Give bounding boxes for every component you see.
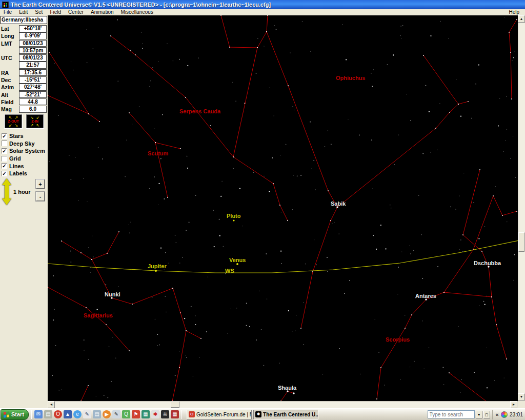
scroll-right-button[interactable]: ► <box>510 401 517 408</box>
readout-row: UTC08/01/23 <box>0 54 48 62</box>
constellation-line <box>423 55 458 104</box>
task-button-active[interactable]: ✸The Earth Centered U... <box>253 410 318 419</box>
start-button[interactable]: Start <box>1 409 29 420</box>
time-step-arrow-icon[interactable] <box>2 178 11 205</box>
checkbox-icon[interactable]: ✓ <box>2 163 7 169</box>
search-dropdown-button[interactable]: ▼ <box>476 411 482 418</box>
skull-icon[interactable]: ☠ <box>161 410 169 418</box>
constellation-line <box>509 19 517 99</box>
zoom-out-button[interactable]: ↖↗Z-OUT↙↘ <box>5 114 22 128</box>
label-antares: Antares <box>415 293 436 299</box>
menu-item-animation[interactable]: Animation <box>87 9 117 15</box>
labels-layer: OphiuchusSerpens CaudaScutumSagittariusS… <box>84 75 501 391</box>
readout-label: LMT <box>1 41 12 47</box>
menu-item-set[interactable]: Set <box>31 9 46 15</box>
sky-chart[interactable]: OphiuchusSerpens CaudaScutumSagittariusS… <box>48 15 518 401</box>
readout-label: Azim <box>1 84 14 90</box>
vertical-scrollbar[interactable]: ▲ ▼ <box>518 15 525 401</box>
chart-app-icon[interactable]: ▦ <box>142 410 150 418</box>
toggle-solar-system[interactable]: ✓Solar System <box>2 147 45 155</box>
planet-pluto <box>233 219 234 221</box>
ecu-application-window: The Earth Centered Universe© V1.5 <UNREG… <box>0 0 525 420</box>
search-icon[interactable]: Q <box>122 410 130 418</box>
scroll-up-button[interactable]: ▲ <box>518 15 525 23</box>
time-step-minus-button[interactable]: - <box>36 192 45 201</box>
pen-icon[interactable]: ✎ <box>83 410 91 418</box>
zoom-in-button[interactable]: ↘↙Z-IN↗↖ <box>26 114 44 128</box>
constellation-line <box>267 32 337 207</box>
constellation-line <box>62 232 119 259</box>
burst-icon[interactable]: ✱ <box>151 410 159 418</box>
label-shaula: Shaula <box>278 385 297 391</box>
label-venus: Venus <box>229 257 246 263</box>
checkbox-icon[interactable]: ✓ <box>2 133 7 139</box>
constellation-line <box>281 391 294 401</box>
photo-app-icon[interactable]: ▲ <box>64 410 72 418</box>
flag-icon[interactable]: ⚑ <box>132 410 140 418</box>
title-bar[interactable]: The Earth Centered Universe© V1.5 <UNREG… <box>0 0 525 9</box>
toggle-label: Solar System <box>9 148 45 154</box>
star-dot <box>293 392 294 394</box>
readout-label: Dec <box>1 77 11 83</box>
search-input[interactable] <box>428 410 475 418</box>
task-button-icon: O <box>189 411 195 417</box>
calculator-icon[interactable]: ▦ <box>171 410 179 418</box>
constellation-line <box>444 292 492 297</box>
toggle-labels[interactable]: ✓Labels <box>2 170 45 177</box>
readout-row: 10:57pm <box>0 47 48 54</box>
menu-item-edit[interactable]: Edit <box>15 9 31 15</box>
mail-icon[interactable]: ✉ <box>34 410 43 418</box>
time-step-plus-button[interactable]: + <box>36 179 45 189</box>
menu-item-center[interactable]: Center <box>65 9 87 15</box>
color-wheel-tray-icon[interactable] <box>501 411 508 418</box>
horizontal-scrollbar[interactable]: ◄ ► <box>48 401 518 408</box>
menu-item-help[interactable]: Help <box>505 9 523 15</box>
readout-row: Azim027°48' <box>0 84 48 91</box>
readout-row: Field44.8 <box>0 98 48 106</box>
zoom-arrows-icon: ↙↘ <box>6 124 21 127</box>
internet-explorer-icon[interactable]: e <box>73 410 82 418</box>
readout-row: LMT08/01/23 <box>0 40 48 47</box>
menu-bar: FileEditSetFieldCenterAnimationMiscellan… <box>0 9 525 15</box>
checkbox-icon[interactable]: ✓ <box>2 171 7 176</box>
editor-icon[interactable]: ✎ <box>112 410 120 418</box>
label-pluto: Pluto <box>227 213 241 219</box>
scroll-down-button[interactable]: ▼ <box>518 393 525 401</box>
menu-item-file[interactable]: File <box>0 9 15 15</box>
toggle-grid[interactable]: Grid <box>2 155 45 163</box>
label-scorpius: Scorpius <box>386 336 410 343</box>
menu-item-field[interactable]: Field <box>46 9 65 15</box>
notes-icon[interactable]: ▤ <box>93 410 101 418</box>
menu-item-miscellaneous[interactable]: Miscellaneous <box>117 9 157 15</box>
toggle-lines[interactable]: ✓Lines <box>2 162 45 170</box>
search-deskband: ▼ ▢ <box>428 410 490 418</box>
control-panel: Germany:Ilbesha Lat+50°18'Long0-9°09'LMT… <box>0 15 48 408</box>
app-icon <box>2 2 9 8</box>
readout-label: Mag <box>1 106 12 112</box>
location-field[interactable]: Germany:Ilbesha <box>1 16 47 24</box>
task-buttons: OGoldSeiten-Forum.de | M...✸The Earth Ce… <box>187 410 318 419</box>
sky-chart-canvas[interactable]: OphiuchusSerpens CaudaScutumSagittariusS… <box>48 15 518 401</box>
tray-chevron-icon[interactable]: « <box>496 411 499 417</box>
toggle-label: Stars <box>9 133 24 139</box>
toggle-label: Lines <box>9 163 24 169</box>
toggle-deep-sky[interactable]: Deep Sky <box>2 140 45 148</box>
toggle-label: Deep Sky <box>9 141 35 147</box>
show-desktop-icon[interactable]: ▤ <box>44 410 52 418</box>
opera-icon[interactable]: O <box>54 410 62 418</box>
readout-row: Dec-15°51' <box>0 76 48 84</box>
checkbox-icon[interactable] <box>2 156 7 162</box>
vertical-scroll-thumb[interactable] <box>518 232 524 252</box>
scroll-left-button[interactable]: ◄ <box>48 401 55 408</box>
search-go-button[interactable]: ▢ <box>483 411 490 418</box>
task-button[interactable]: OGoldSeiten-Forum.de | M... <box>187 410 252 419</box>
checkbox-icon[interactable]: ✓ <box>2 148 7 154</box>
checkbox-icon[interactable] <box>2 141 7 146</box>
readout-row: Long0-9°09' <box>0 32 48 39</box>
planet-venus <box>236 263 238 265</box>
toggle-stars[interactable]: ✓Stars <box>2 132 45 140</box>
media-player-icon[interactable]: ▶ <box>103 410 111 418</box>
constellation-lines-layer <box>48 15 517 401</box>
horizontal-scroll-thumb[interactable] <box>171 402 179 408</box>
constellation-line <box>449 373 489 401</box>
